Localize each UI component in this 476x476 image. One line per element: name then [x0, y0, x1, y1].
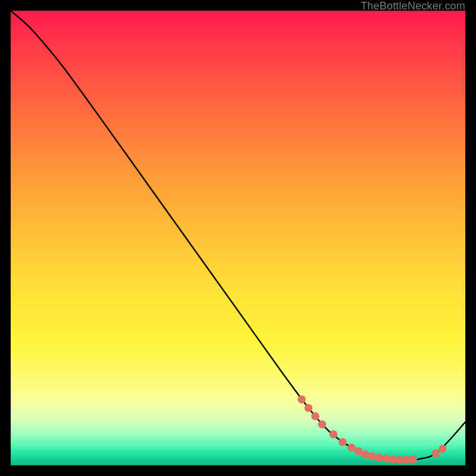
data-marker [361, 450, 369, 459]
data-marker [409, 455, 417, 464]
curve-path [11, 11, 465, 460]
data-marker [439, 445, 447, 453]
data-marker [432, 449, 440, 458]
data-marker [375, 453, 383, 462]
data-marker [311, 412, 320, 421]
data-marker [347, 443, 356, 452]
plot-area [11, 11, 465, 465]
data-marker [339, 438, 347, 446]
bottleneck-curve [11, 11, 465, 460]
data-marker [330, 430, 338, 439]
data-marker [382, 455, 390, 463]
data-marker [368, 452, 377, 461]
data-marker [305, 404, 313, 412]
chart-svg [11, 11, 465, 465]
data-marker [318, 420, 327, 428]
data-markers [298, 395, 446, 464]
chart-frame: TheBottleNecker.com [0, 0, 476, 476]
data-marker [298, 395, 306, 403]
attribution-text: TheBottleNecker.com [361, 0, 465, 12]
